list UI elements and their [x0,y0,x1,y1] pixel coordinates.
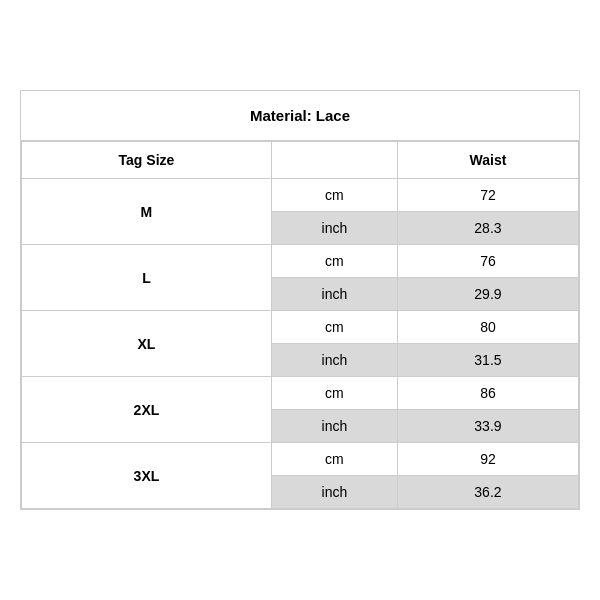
unit-cm: cm [271,179,397,212]
waist-cm-value: 92 [397,443,578,476]
unit-inch: inch [271,278,397,311]
size-table: Tag Size Waist M cm 72 inch 28.3 L cm 76… [21,141,579,509]
header-waist: Waist [397,142,578,179]
chart-title: Material: Lace [21,91,579,141]
unit-inch: inch [271,476,397,509]
waist-inch-value: 33.9 [397,410,578,443]
waist-cm-value: 76 [397,245,578,278]
table-row: 3XL cm 92 [22,443,579,476]
waist-inch-value: 28.3 [397,212,578,245]
table-row: 2XL cm 86 [22,377,579,410]
table-row: XL cm 80 [22,311,579,344]
size-chart: Material: Lace Tag Size Waist M cm 72 in… [20,90,580,510]
header-col2 [271,142,397,179]
size-label: M [22,179,272,245]
unit-cm: cm [271,245,397,278]
size-label: L [22,245,272,311]
waist-cm-value: 80 [397,311,578,344]
unit-cm: cm [271,377,397,410]
unit-cm: cm [271,311,397,344]
size-label: 2XL [22,377,272,443]
waist-inch-value: 31.5 [397,344,578,377]
size-label: 3XL [22,443,272,509]
unit-inch: inch [271,344,397,377]
waist-cm-value: 86 [397,377,578,410]
waist-inch-value: 36.2 [397,476,578,509]
table-row: M cm 72 [22,179,579,212]
unit-inch: inch [271,410,397,443]
table-header: Tag Size Waist [22,142,579,179]
unit-inch: inch [271,212,397,245]
waist-inch-value: 29.9 [397,278,578,311]
unit-cm: cm [271,443,397,476]
size-label: XL [22,311,272,377]
header-tag-size: Tag Size [22,142,272,179]
waist-cm-value: 72 [397,179,578,212]
table-row: L cm 76 [22,245,579,278]
